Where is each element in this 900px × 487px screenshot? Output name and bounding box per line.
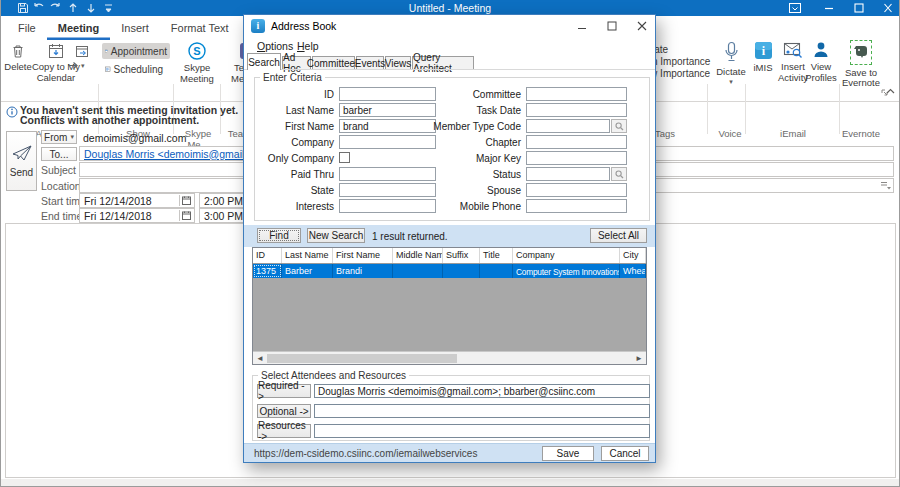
tab-insert[interactable]: Insert — [110, 16, 160, 40]
save-to-evernote-label: Save to Evernote — [842, 68, 880, 89]
results-grid[interactable]: ID Last Name First Name Middle Name Suff… — [252, 247, 647, 365]
close-window-icon[interactable] — [881, 2, 895, 14]
dialog-title-bar[interactable]: i Address Book — [244, 15, 655, 37]
view-profiles-button[interactable]: View Profiles — [802, 41, 840, 83]
dialog-tab-search[interactable]: Search — [247, 53, 281, 70]
skype-meeting-button[interactable]: S Skype Meeting — [177, 42, 217, 84]
result-row-selected[interactable]: 1375 Barber Brandi Computer System Innov… — [253, 264, 646, 278]
forward-icon[interactable] — [75, 44, 90, 59]
scrollbar-thumb[interactable] — [267, 354, 457, 363]
start-time-value: 2:00 PM — [204, 195, 243, 207]
select-all-button[interactable]: Select All — [590, 228, 647, 243]
collapse-ribbon-icon[interactable] — [885, 87, 896, 96]
member-type-code-lookup-button[interactable] — [611, 119, 627, 133]
spouse-field[interactable] — [526, 183, 627, 197]
horizontal-scrollbar[interactable]: ◄ ► — [253, 351, 646, 364]
dialog-tab-views[interactable]: Views — [385, 56, 411, 69]
minimize-window-icon[interactable] — [822, 2, 836, 14]
trash-icon — [10, 43, 26, 59]
find-button[interactable]: Find — [257, 228, 301, 243]
imis-icon: i — [754, 41, 773, 60]
arrow-right-icon — [67, 61, 79, 70]
column-header-suffix[interactable]: Suffix — [443, 248, 480, 263]
member-type-code-field[interactable] — [526, 119, 610, 133]
column-header-first-name[interactable]: First Name — [333, 248, 393, 263]
scheduling-button[interactable]: Scheduling — [102, 61, 166, 77]
scroll-right-arrow[interactable]: ► — [635, 353, 643, 364]
scroll-left-arrow[interactable]: ◄ — [256, 353, 264, 364]
start-date-picker-button[interactable] — [179, 195, 193, 206]
save-button[interactable]: Save — [542, 446, 594, 461]
cell-title — [480, 264, 513, 278]
location-suggestions-icon[interactable] — [880, 181, 891, 190]
ribbon-display-options-icon[interactable] — [788, 2, 802, 14]
column-header-id[interactable]: ID — [253, 248, 282, 263]
dialog-close-button[interactable] — [628, 15, 656, 37]
column-header-title[interactable]: Title — [480, 248, 513, 263]
calendar-icon — [182, 196, 191, 205]
chapter-field[interactable] — [526, 135, 627, 149]
from-button[interactable]: From▾ — [41, 130, 77, 144]
column-header-middle-name[interactable]: Middle Name — [393, 248, 443, 263]
dialog-title: Address Book — [271, 20, 336, 32]
tab-strip-line — [244, 69, 655, 70]
committee-field[interactable] — [526, 87, 627, 101]
resources-button[interactable]: Resources -> — [257, 424, 311, 438]
spouse-label: Spouse — [414, 185, 521, 196]
resources-field[interactable] — [314, 424, 650, 438]
end-date-field[interactable]: Fri 12/14/2018 — [79, 208, 195, 223]
magnifier-icon — [615, 122, 624, 131]
column-header-city[interactable]: City — [620, 248, 646, 263]
tab-file[interactable]: File — [7, 16, 47, 40]
tab-meeting[interactable]: Meeting — [47, 16, 111, 40]
enter-criteria-legend: Enter Criteria — [260, 72, 325, 83]
send-button[interactable]: Send — [6, 131, 37, 191]
menu-options[interactable]: Options — [257, 40, 293, 52]
optional-field[interactable] — [314, 404, 650, 418]
status-lookup-button[interactable] — [611, 167, 627, 181]
company-label: Company — [254, 137, 334, 148]
task-date-field[interactable] — [526, 103, 627, 117]
menu-help[interactable]: Help — [297, 40, 319, 52]
end-date-picker-button[interactable] — [179, 210, 193, 221]
to-button[interactable]: To... — [41, 147, 77, 161]
new-search-button[interactable]: New Search — [307, 228, 365, 243]
group-separator — [839, 84, 840, 134]
magnifier-icon — [615, 170, 624, 179]
evernote-elephant-icon — [853, 43, 869, 59]
column-header-last-name[interactable]: Last Name — [282, 248, 333, 263]
chapter-label: Chapter — [414, 137, 521, 148]
dialog-tab-committees[interactable]: Committees — [312, 56, 355, 69]
required-field[interactable]: Douglas Morris <demoimis@gmail.com>; bba… — [314, 384, 650, 398]
cell-middle-name — [393, 264, 443, 278]
address-book-app-icon: i — [251, 19, 265, 33]
results-status: 1 result returned. — [372, 231, 448, 242]
cell-company: Computer System Innovations, Inc. — [513, 264, 620, 278]
state-label: State — [254, 185, 334, 196]
first-name-label: First Name — [254, 121, 334, 132]
forward-dropdown-button[interactable]: ▾ — [67, 61, 85, 70]
cell-city: Wheaton — [620, 264, 646, 278]
dialog-tab-events[interactable]: Events — [356, 56, 384, 69]
required-button[interactable]: Required -> — [257, 384, 311, 398]
dialog-maximize-button[interactable] — [598, 15, 626, 37]
appointment-button[interactable]: Appointment — [102, 43, 170, 59]
column-header-company[interactable]: Company — [513, 248, 620, 263]
end-time-label: End time — [41, 210, 82, 222]
mobile-phone-field[interactable] — [526, 199, 627, 213]
only-company-checkbox[interactable] — [339, 152, 350, 163]
cancel-button[interactable]: Cancel — [601, 446, 649, 461]
dialog-minimize-button[interactable] — [568, 15, 596, 37]
maximize-window-icon[interactable] — [852, 2, 866, 14]
dialog-tab-query-architect[interactable]: Query Architect — [412, 56, 474, 69]
dictate-button[interactable]: Dictate ▾ — [711, 41, 751, 85]
tab-format-text[interactable]: Format Text — [160, 16, 240, 40]
status-field[interactable] — [526, 167, 610, 181]
cell-first-name: Brandi — [333, 264, 393, 278]
imis-label: iMIS — [754, 63, 773, 74]
start-date-field[interactable]: Fri 12/14/2018 — [79, 193, 195, 208]
save-to-evernote-button[interactable]: Save to Evernote — [842, 40, 880, 89]
major-key-field[interactable] — [526, 151, 627, 165]
only-company-label: Only Company — [254, 153, 334, 164]
optional-button[interactable]: Optional -> — [257, 404, 311, 418]
